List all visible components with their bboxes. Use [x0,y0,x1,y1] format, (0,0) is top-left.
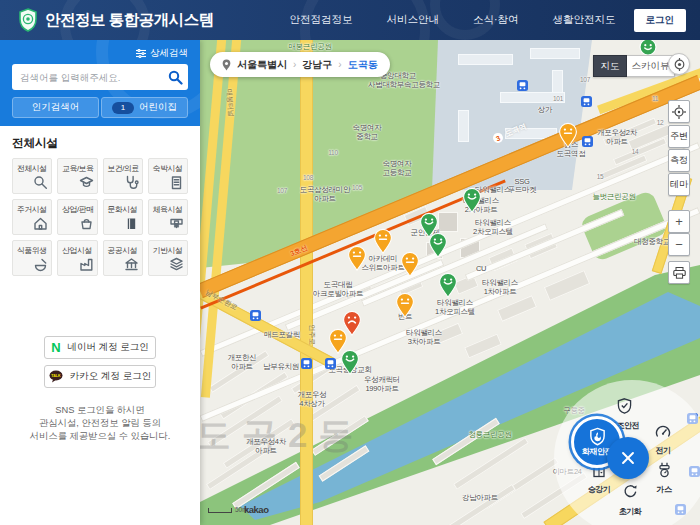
road-name-label: 매봉터널 [224,89,236,118]
measure-tool-button[interactable]: 측정 [668,149,690,172]
category-cell-2[interactable]: 보건/의료 [103,158,143,194]
app-logo[interactable]: 안전정보 통합공개시스템 [18,8,214,32]
building [458,54,513,65]
facility-marker-orange[interactable] [395,292,415,322]
popular-keywords-button[interactable]: 인기검색어 [12,97,99,118]
naver-login-button[interactable]: N 네이버 계정 로그인 [44,336,156,359]
food-icon [33,257,48,272]
category-label: 문화시설 [108,204,138,215]
gauge-icon [638,422,688,439]
facility-marker-green[interactable] [340,349,360,379]
category-cell-7[interactable]: 체육시설 [148,199,188,235]
category-cell-3[interactable]: 숙박시설 [148,158,188,194]
building [530,48,580,59]
radial-item-label: 전기 [656,446,671,455]
nav-news-participation[interactable]: 소식·참여 [473,13,519,27]
facility-marker-green[interactable] [462,187,482,217]
search-icon[interactable] [162,70,188,85]
app-title: 안전정보 통합공개시스템 [45,10,214,31]
breadcrumb-city[interactable]: 서울특별시 [237,58,287,72]
crosshair-tool-button[interactable] [668,100,690,123]
login-button[interactable]: 로그인 [634,9,687,32]
map-canvas[interactable]: 도곡2동 매봉근린공원중앙대학교사범대학부속고등학교숙명여자중학교숙명여자고등학… [200,40,700,525]
map-place-label: 강남아파트 [462,493,498,503]
category-cell-10[interactable]: 공공시설 [103,240,143,276]
category-cell-8[interactable]: 식품위생 [12,240,52,276]
nearby-tool-button[interactable]: 주변 [668,125,690,148]
kakao-icon: TALK [49,370,63,383]
naver-icon: N [51,341,60,354]
facility-marker-green[interactable] [428,232,448,262]
category-cell-9[interactable]: 산업시설 [57,240,97,276]
nav-life-safety-map[interactable]: 생활안전지도 [553,13,616,27]
facility-marker-green[interactable] [438,272,458,302]
map-place-label: 푸드마켓 [508,185,537,195]
map-place-label: 사범대학부속고등학교 [368,80,440,90]
map-scale: 50m [208,506,248,513]
filter-sliders-icon [136,49,146,58]
nav-service-guide[interactable]: 서비스안내 [387,13,440,27]
category-cell-4[interactable]: 주거시설 [12,199,52,235]
bus-stop-icon [301,355,312,373]
map-place-label: 스위트아파트 [361,263,404,273]
detail-search-link[interactable]: 상세검색 [136,47,188,60]
map-place-label: 107 [277,187,287,194]
map-place-label: 아파트 [231,362,253,372]
category-cell-11[interactable]: 기반시설 [148,240,188,276]
radial-menu-close-button[interactable] [607,437,649,479]
map-place-label: 15 [597,173,604,180]
map-place-label: 매드포갈릭 [264,330,300,340]
map-place-label: 101 [553,95,563,102]
printer-icon [673,267,686,279]
book-icon [124,216,139,231]
breadcrumb-district[interactable]: 강남구 [302,58,332,72]
category-label: 산업시설 [62,245,92,256]
category-cell-0[interactable]: 전체시설 [12,158,52,194]
facility-marker-orange[interactable] [400,251,420,281]
map-place-label: 아파트 [314,194,336,204]
layers-icon [169,257,184,272]
basket-icon [79,216,94,231]
svg-text:TALK: TALK [51,374,61,378]
bus-stop-icon [517,77,528,95]
zoom-in-button[interactable]: + [668,210,690,233]
search-input[interactable] [12,72,162,83]
map-view-button[interactable]: 지도 [593,55,627,77]
map-place-label: 남부유치원 [263,362,299,372]
category-cell-6[interactable]: 문화시설 [103,199,143,235]
building [448,484,516,525]
road-name-label: 언주로 [307,325,317,346]
shield-logo-icon [18,8,38,32]
magnifier-icon [33,175,48,190]
map-place-label: 중학교 [356,132,378,142]
kakao-login-button[interactable]: TALK 카카오 계정 로그인 [44,365,156,388]
map-place-label: 아파트 [606,137,628,147]
theme-tool-button[interactable]: 테마 [668,173,690,196]
childcare-toggle-button[interactable]: 1 어린이집 [101,97,188,118]
print-button[interactable] [668,261,690,284]
facility-marker-orange[interactable] [373,228,393,258]
radial-item-reset[interactable]: 초기화 [605,483,655,518]
category-cell-5[interactable]: 상업/판매 [57,199,97,235]
search-box [12,64,188,90]
category-label: 기반시설 [153,245,183,256]
radial-item-label: 가스 [657,485,672,494]
detail-search-label: 상세검색 [150,47,188,60]
zoom-out-button[interactable]: − [668,233,690,256]
header-nav: 안전점검정보 서비스안내 소식·참여 생활안전지도 [290,13,616,27]
location-target-icon [673,58,686,71]
kakao-attribution: kakao [244,504,268,515]
current-location-button[interactable] [668,53,690,75]
factory-icon [79,257,94,272]
facility-marker-orange[interactable] [558,122,578,152]
category-label: 상업/판매 [62,204,93,215]
facility-marker-orange[interactable] [347,245,367,275]
map-place-label: 199아파트 [365,384,398,394]
breadcrumb-dong[interactable]: 도곡동 [348,58,378,72]
toggle-count-badge: 1 [112,102,134,114]
map-place-label: CU [476,264,486,273]
nav-safety-inspection[interactable]: 안전점검정보 [290,13,353,27]
district-watermark: 도곡2동 [200,412,364,459]
childcare-label: 어린이집 [139,101,177,114]
category-cell-1[interactable]: 교육/보육 [57,158,97,194]
